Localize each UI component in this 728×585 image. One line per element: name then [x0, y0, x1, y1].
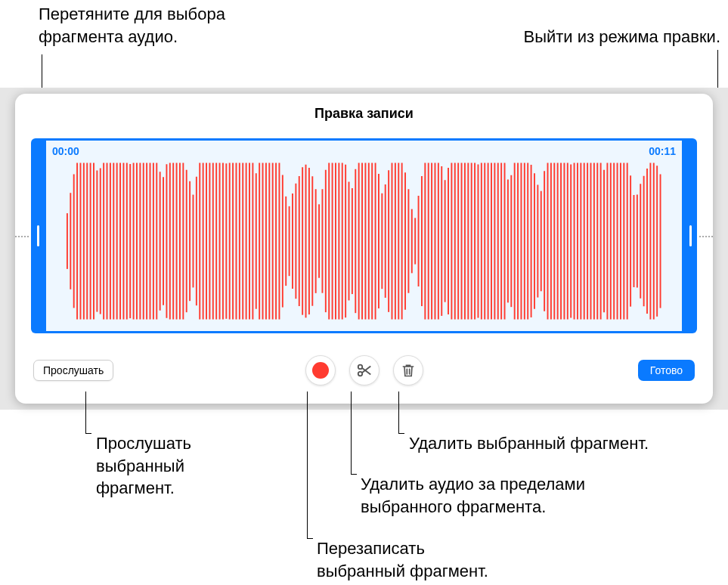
waveform-display [66, 159, 662, 323]
done-button[interactable]: Готово [638, 360, 695, 381]
callout-line [307, 538, 313, 539]
scissors-icon [356, 362, 373, 379]
callout-line [398, 392, 399, 434]
time-start-label: 00:00 [52, 145, 79, 157]
center-controls [305, 355, 423, 385]
callout-drag-select: Перетяните для выбора фрагмента аудио. [39, 3, 225, 48]
record-button[interactable] [305, 355, 336, 385]
callout-line [85, 433, 91, 434]
toolbar: Прослушать Готово [15, 360, 713, 381]
timeline-dotted [699, 236, 713, 237]
callout-line [85, 392, 86, 434]
waveform-area[interactable]: 00:00 00:11 [29, 138, 699, 333]
trim-button[interactable] [349, 355, 379, 385]
trash-icon [401, 362, 416, 379]
callout-exit-edit: Выйти из режима правки. [523, 26, 720, 48]
callout-trim-outside: Удалить аудио за пределами выбранного фр… [361, 473, 585, 518]
delete-button[interactable] [393, 355, 423, 385]
edit-window: Правка записи 00:00 00:11 Прослушать [15, 94, 713, 404]
handle-grip-icon [689, 225, 692, 246]
trim-handle-left[interactable] [31, 138, 45, 333]
trim-handle-right[interactable] [683, 138, 697, 333]
callout-rerecord: Перезаписать выбранный фрагмент. [317, 537, 488, 582]
callout-line [351, 474, 357, 475]
listen-button[interactable]: Прослушать [33, 360, 113, 381]
callout-line [398, 433, 404, 434]
callout-delete: Удалить выбранный фрагмент. [409, 432, 649, 455]
window-title: Правка записи [15, 94, 713, 132]
handle-grip-icon [37, 225, 39, 246]
callout-line [307, 392, 308, 539]
timeline-dotted [15, 236, 29, 237]
selection-box: 00:00 00:11 [44, 138, 684, 333]
time-end-label: 00:11 [649, 145, 676, 157]
callout-listen: Прослушать выбранный фрагмент. [96, 432, 191, 500]
callout-line [351, 392, 352, 475]
record-icon [312, 362, 329, 379]
